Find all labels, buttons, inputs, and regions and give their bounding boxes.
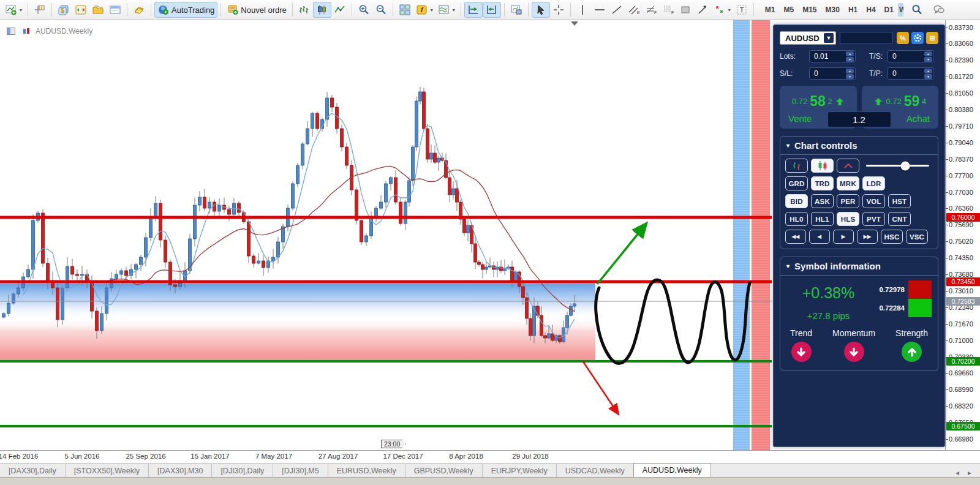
templates-icon[interactable]: ▾ (435, 2, 458, 18)
lots-input[interactable]: 0.01 ▲▼ (809, 50, 856, 62)
date-axis[interactable]: 14 Feb 20165 Jun 201625 Sep 201615 Jan 2… (0, 450, 980, 463)
toggle-pvt[interactable]: PVT (862, 212, 885, 226)
autotrading-button[interactable]: AutoTrading (154, 2, 217, 18)
timeframe-w1[interactable]: W1 (898, 3, 903, 17)
quick-trade-icon[interactable]: % (897, 32, 909, 44)
bearish-projection-arrow[interactable] (582, 361, 619, 415)
timeframe-m1[interactable]: M1 (761, 3, 780, 17)
toggle-hst[interactable]: HST (888, 194, 911, 208)
timeframe-m5[interactable]: M5 (780, 3, 799, 17)
timeframe-m15[interactable]: M15 (798, 3, 821, 17)
vertical-line-icon[interactable] (574, 2, 591, 18)
toggle-ask[interactable]: ASK (811, 194, 834, 208)
toggle-bid[interactable]: BID (785, 194, 808, 208)
toggle-vol[interactable]: VOL (862, 194, 885, 208)
chat-icon[interactable] (930, 2, 948, 18)
new-order-button[interactable]: Nouvel ordre (224, 2, 288, 18)
bar-chart-icon[interactable] (296, 2, 313, 18)
timeframe-h1[interactable]: H1 (844, 3, 862, 17)
step-forward-button[interactable]: ▶ (833, 230, 854, 244)
chart-tab--stoxx50-weekly[interactable]: [STOXX50],Weekly (65, 464, 148, 477)
terminal-icon[interactable] (107, 2, 124, 18)
toggle-vsc[interactable]: VSC (906, 230, 928, 244)
trendline-icon[interactable] (608, 2, 625, 18)
chart-tab--dax30-daily[interactable]: [DAX30],Daily (0, 464, 65, 477)
toggle-ldr[interactable]: LDR (862, 176, 885, 190)
auto-scroll-icon[interactable] (464, 2, 483, 18)
trailing-stop-input[interactable]: 0 ▲▼ (888, 50, 934, 62)
chart-tab-eurusd-weekly[interactable]: EURUSD,Weekly (328, 464, 405, 477)
bullish-projection-arrow[interactable] (597, 223, 647, 284)
rectangle-icon[interactable] (677, 2, 694, 18)
symbol-select[interactable]: AUDUSD ▼ (780, 31, 836, 45)
market-watch-icon[interactable] (72, 2, 89, 18)
toggle-hl0[interactable]: HL0 (785, 212, 808, 226)
sl-stepper[interactable]: ▲▼ (846, 69, 855, 79)
chart-tab-eurjpy-weekly[interactable]: EURJPY,Weekly (482, 464, 556, 477)
shapes-icon[interactable]: ▾ (711, 2, 733, 18)
chart-tab--dax30-m30[interactable]: [DAX30],M30 (148, 464, 211, 477)
tabs-scroll-left-icon[interactable]: ◂ (956, 468, 959, 477)
toggle-mrk[interactable]: MRK (837, 176, 859, 190)
candlestick-icon[interactable] (313, 2, 331, 18)
line-mode-icon[interactable] (837, 159, 859, 173)
bars-mode-icon[interactable] (785, 159, 808, 173)
toggle-cnt[interactable]: CNT (888, 212, 911, 226)
zoom-out-icon[interactable] (372, 2, 390, 18)
zoom-in-icon[interactable] (355, 2, 372, 18)
zoom-slider-knob[interactable] (900, 161, 910, 170)
price-axis[interactable]: 0.837300.830600.823900.817200.810500.803… (945, 20, 980, 450)
lots-stepper[interactable]: ▲▼ (846, 51, 855, 62)
fibo-grid-icon[interactable]: F (660, 2, 677, 18)
text-icon[interactable]: T (733, 2, 750, 18)
tp-stepper[interactable]: ▲▼ (924, 69, 933, 79)
chevron-down-icon[interactable]: ▾ (728, 7, 731, 13)
chart-tab-audusd-weekly[interactable]: AUDUSD,Weekly (633, 463, 711, 477)
crosshair-icon[interactable] (550, 2, 567, 18)
tabs-scroll-right-icon[interactable]: ▸ (968, 468, 971, 477)
chevron-down-icon[interactable]: ▾ (453, 7, 455, 13)
toggle-hsc[interactable]: HSC (881, 230, 903, 244)
channel-icon[interactable]: E (625, 2, 643, 18)
timeframe-d1[interactable]: D1 (880, 3, 898, 17)
timeframe-h4[interactable]: H4 (862, 3, 880, 17)
settings-gear-icon[interactable] (911, 32, 924, 44)
tile-windows-icon[interactable] (396, 2, 413, 18)
toggle-hl1[interactable]: HL1 (811, 212, 834, 226)
cursor-icon[interactable] (532, 2, 550, 18)
chart-tab--dji30-m5[interactable]: [DJI30],M5 (273, 464, 327, 477)
chart-tab--dji30-daily[interactable]: [DJI30],Daily (211, 464, 273, 477)
symbol-information-header[interactable]: ▾ Symbol information (780, 257, 938, 276)
chart-shift-icon[interactable] (483, 2, 501, 18)
new-chart-icon[interactable]: ▾ (2, 2, 24, 18)
step-back-button[interactable]: ◀ (809, 230, 830, 244)
zoom-slider[interactable] (866, 165, 929, 167)
save-chart-icon[interactable] (508, 2, 525, 18)
chart-tab-gbpusd-weekly[interactable]: GBPUSD,Weekly (405, 464, 482, 477)
candles-mode-icon[interactable] (811, 159, 834, 173)
skip-end-button[interactable]: ▶▶ (857, 230, 878, 244)
take-profit-input[interactable]: 0 ▲▼ (888, 67, 934, 80)
hand-drawn-range-squiggle[interactable] (596, 280, 750, 363)
timeframe-m30[interactable]: M30 (821, 3, 844, 17)
arrow-tool-icon[interactable] (694, 2, 711, 18)
skip-start-button[interactable]: ◀◀ (785, 230, 806, 244)
stop-loss-input[interactable]: 0 ▲▼ (809, 67, 856, 80)
chevron-down-icon[interactable]: ▾ (20, 7, 22, 13)
line-chart-icon[interactable] (331, 2, 349, 18)
horizontal-line-icon[interactable] (591, 2, 608, 18)
toggle-grd[interactable]: GRD (785, 176, 808, 190)
indicators-icon[interactable]: f▾ (413, 2, 435, 18)
layout-grid-icon[interactable]: ⊞ (926, 32, 938, 44)
comment-field[interactable] (840, 32, 893, 44)
chart-controls-header[interactable]: ▾ Chart controls (780, 137, 938, 155)
toggle-per[interactable]: PER (837, 194, 859, 208)
fibonacci-icon[interactable]: F (643, 2, 660, 18)
strategy-tester-icon[interactable] (130, 2, 148, 18)
toggle-hls[interactable]: HLS (837, 212, 859, 226)
toggle-trd[interactable]: TRD (811, 176, 834, 190)
symbols-icon[interactable]: $ (55, 2, 72, 18)
search-icon[interactable] (908, 2, 925, 18)
navigator-icon[interactable] (89, 2, 107, 18)
chart-tab-usdcad-weekly[interactable]: USDCAD,Weekly (556, 464, 633, 477)
